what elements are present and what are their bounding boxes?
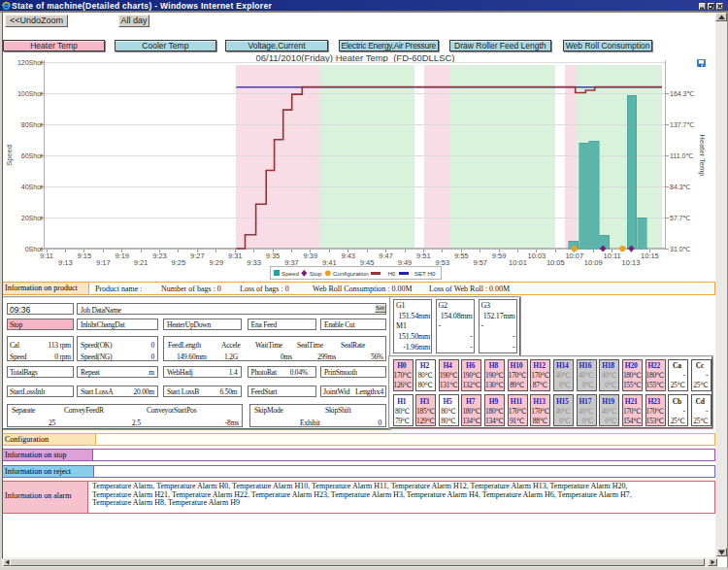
svg-text:10:01: 10:01 [509,258,527,267]
svg-text:9:59: 9:59 [492,251,507,260]
svg-text:9:41: 9:41 [322,258,337,267]
svg-text:9:55: 9:55 [454,251,469,260]
svg-text:9:11: 9:11 [40,251,53,260]
svg-text:9:49: 9:49 [398,258,413,267]
svg-text:20Shot: 20Shot [21,215,43,221]
svg-text:31.0℃: 31.0℃ [670,246,691,252]
svg-text:10:09: 10:09 [584,258,603,267]
svg-text:40Shot: 40Shot [21,184,43,190]
svg-text:9:57: 9:57 [473,258,487,267]
svg-text:9:19: 9:19 [115,251,129,260]
svg-text:57.7℃: 57.7℃ [670,215,691,221]
svg-text:9:43: 9:43 [341,251,355,260]
svg-text:10:05: 10:05 [546,258,565,267]
svg-text:9:15: 9:15 [77,251,91,260]
svg-text:Speed: Speed [281,270,299,277]
svg-text:9:37: 9:37 [284,258,299,267]
svg-text:9:13: 9:13 [58,258,73,267]
svg-text:SET H0: SET H0 [414,270,436,277]
svg-text:10:03: 10:03 [528,251,546,260]
svg-text:9:23: 9:23 [152,251,167,260]
svg-text:9:29: 9:29 [209,258,223,267]
svg-text:9:25: 9:25 [172,258,186,267]
svg-text:120Shot: 120Shot [17,59,43,66]
svg-text:84.3℃: 84.3℃ [670,184,691,190]
svg-text:9:39: 9:39 [304,251,318,260]
svg-text:10:11: 10:11 [603,251,620,260]
svg-text:H0: H0 [387,270,395,277]
svg-text:9:31: 9:31 [228,251,243,260]
svg-text:80Shot: 80Shot [21,121,43,128]
svg-text:9:33: 9:33 [247,258,261,267]
svg-text:9:51: 9:51 [416,251,431,260]
svg-text:9:47: 9:47 [379,251,393,260]
svg-text:Configuration: Configuration [333,270,369,277]
svg-text:Stop: Stop [310,270,322,277]
svg-text:137.7℃: 137.7℃ [670,121,695,128]
svg-text:9:45: 9:45 [360,258,375,267]
svg-text:10:13: 10:13 [622,258,641,267]
svg-text:Heater Temp: Heater Temp [698,135,707,177]
svg-text:60Shot: 60Shot [21,152,43,159]
svg-text:111.0℃: 111.0℃ [670,152,693,159]
svg-text:9:21: 9:21 [134,258,149,267]
svg-text:9:17: 9:17 [96,258,111,267]
svg-text:10:07: 10:07 [565,251,583,260]
svg-text:10:15: 10:15 [641,251,659,260]
svg-text:9:35: 9:35 [266,251,281,260]
svg-text:Speed: Speed [5,145,14,166]
svg-text:164.3℃: 164.3℃ [670,90,695,97]
svg-text:9:53: 9:53 [435,258,449,267]
svg-text:100Shot: 100Shot [17,90,43,97]
svg-text:9:27: 9:27 [190,251,205,260]
